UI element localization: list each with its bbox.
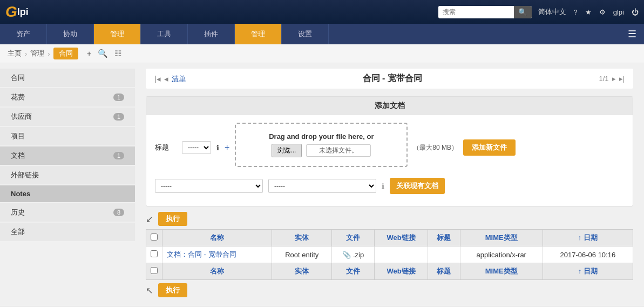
search-input[interactable] bbox=[438, 6, 514, 17]
sidebar-badge-supplier: 1 bbox=[113, 113, 124, 121]
sidebar-item-supplier[interactable]: 供应商 1 bbox=[0, 108, 135, 126]
sidebar-item-label: 项目 bbox=[11, 131, 25, 141]
top-right-icons: 简体中文 ? ★ ⚙ glpi ⏻ bbox=[538, 7, 639, 17]
sidebar-item-notes[interactable]: Notes bbox=[0, 185, 135, 202]
help-icon[interactable]: ? bbox=[574, 8, 578, 16]
nav-item-settings[interactable]: 设置 bbox=[282, 24, 329, 44]
search-button[interactable]: 🔍 bbox=[514, 6, 532, 18]
browse-button[interactable]: 浏览... bbox=[272, 144, 302, 157]
doc-section-body: 标题 ----- ℹ + Drag and drop your file her… bbox=[146, 115, 633, 206]
upload-text: Drag and drop your file here, or bbox=[247, 132, 396, 141]
col-web[interactable]: Web链接 bbox=[375, 230, 428, 246]
sidebar-badge-cost: 1 bbox=[113, 94, 124, 101]
nav-item-help[interactable]: 协助 bbox=[47, 24, 94, 44]
sidebar-badge-doc: 1 bbox=[113, 152, 124, 159]
foot-col-web[interactable]: Web链接 bbox=[375, 263, 428, 280]
title-select[interactable]: ----- bbox=[182, 141, 211, 154]
breadcrumb-actions: + 🔍 ☷ bbox=[87, 49, 122, 58]
sidebar-item-label: 全部 bbox=[11, 227, 25, 237]
table-row: 文档：合同 - 宽带合同 Root entity 📎 .zip applicat… bbox=[146, 246, 633, 263]
row-entity: Root entity bbox=[272, 246, 332, 263]
add-new-file-button[interactable]: 添加新文件 bbox=[463, 139, 516, 156]
foot-col-file[interactable]: 文件 bbox=[332, 263, 375, 280]
max-size-label: （最大80 MB） bbox=[413, 143, 458, 152]
nav-item-manage[interactable]: 管理 bbox=[94, 24, 141, 44]
breadcrumb-home[interactable]: 主页 bbox=[8, 49, 22, 58]
sidebar-item-contract[interactable]: 合同 bbox=[0, 69, 135, 87]
select-all-checkbox[interactable] bbox=[151, 233, 158, 241]
breadcrumb-sep-1: › bbox=[25, 50, 27, 58]
sidebar-item-project[interactable]: 项目 bbox=[0, 127, 135, 145]
breadcrumb-contract[interactable]: 合同 bbox=[53, 48, 78, 59]
col-name[interactable]: 名称 bbox=[162, 230, 272, 246]
hamburger-icon[interactable]: ☰ bbox=[620, 24, 644, 44]
foot-col-name[interactable]: 名称 bbox=[162, 263, 272, 280]
last-page-icon[interactable]: ▸| bbox=[619, 75, 625, 83]
main-panel: |◂ ◂ 清单 合同 - 宽带合同 1/1 ▸ ▸| 添加文档 标题 ----- bbox=[135, 63, 644, 306]
sidebar-item-history[interactable]: 历史 8 bbox=[0, 203, 135, 222]
star-icon[interactable]: ★ bbox=[585, 8, 592, 16]
sidebar-item-label: 合同 bbox=[11, 73, 25, 83]
info-icon-2: ℹ bbox=[382, 182, 384, 190]
sidebar-item-all[interactable]: 全部 bbox=[0, 223, 135, 241]
sidebar-item-label: 历史 bbox=[11, 208, 25, 217]
link-existing-button[interactable]: 关联现有文档 bbox=[390, 178, 445, 194]
lang-label[interactable]: 简体中文 bbox=[538, 7, 566, 17]
first-page-icon[interactable]: |◂ bbox=[154, 74, 161, 84]
power-icon[interactable]: ⏻ bbox=[632, 8, 639, 16]
sidebar-item-external-links[interactable]: 外部链接 bbox=[0, 166, 135, 184]
foot-col-entity[interactable]: 实体 bbox=[272, 263, 332, 280]
nav-item-admin[interactable]: 管理 bbox=[235, 24, 282, 44]
logo: G lpi bbox=[5, 3, 29, 21]
down-arrow-icon: ↙ bbox=[146, 214, 153, 224]
doc-form-row-1: 标题 ----- ℹ + Drag and drop your file her… bbox=[155, 123, 624, 172]
table-footer-row: 名称 实体 文件 Web链接 标题 MIME类型 ↑ 日期 bbox=[146, 263, 633, 280]
next-page-icon[interactable]: ▸ bbox=[612, 75, 616, 83]
foot-col-title[interactable]: 标题 bbox=[428, 263, 460, 280]
select-type[interactable]: ----- bbox=[268, 179, 376, 193]
file-browse-row: 浏览... 未选择文件。 bbox=[247, 144, 396, 157]
row-file: 📎 .zip bbox=[332, 246, 375, 263]
select-all-checkbox-bottom[interactable] bbox=[151, 267, 158, 274]
breadcrumb-sep-2: › bbox=[48, 50, 50, 58]
content-wrapper: 合同 花费 1 供应商 1 项目 文档 1 外部链接 Notes 历史 8 全部 bbox=[0, 63, 644, 306]
nav-item-plugins[interactable]: 插件 bbox=[188, 24, 235, 44]
list-link[interactable]: 清单 bbox=[172, 74, 186, 84]
col-mime[interactable]: MIME类型 bbox=[460, 230, 543, 246]
checkbox-footer bbox=[146, 263, 162, 280]
table-header-row: 名称 实体 文件 Web链接 标题 MIME类型 ↑ 日期 bbox=[146, 230, 633, 246]
pagination-label: 1/1 bbox=[599, 75, 609, 83]
page-header: |◂ ◂ 清单 合同 - 宽带合同 1/1 ▸ ▸| bbox=[146, 69, 633, 89]
file-icon: 📎 bbox=[342, 251, 351, 259]
breadcrumb-mgmt[interactable]: 管理 bbox=[30, 49, 44, 58]
prev-page-icon[interactable]: ◂ bbox=[164, 74, 168, 84]
doc-section: 添加文档 标题 ----- ℹ + Drag and drop your fil… bbox=[146, 96, 633, 206]
col-title[interactable]: 标题 bbox=[428, 230, 460, 246]
list-breadcrumb-icon[interactable]: ☷ bbox=[114, 49, 121, 58]
user-label[interactable]: glpi bbox=[613, 8, 624, 16]
execute-button-top[interactable]: 执行 bbox=[158, 212, 187, 226]
search-breadcrumb-icon[interactable]: 🔍 bbox=[98, 49, 108, 58]
select-category[interactable]: ----- bbox=[155, 179, 263, 193]
nav-item-tools[interactable]: 工具 bbox=[141, 24, 188, 44]
row-checkbox[interactable] bbox=[151, 250, 158, 257]
plus-icon[interactable]: + bbox=[225, 143, 229, 152]
doc-form-row-2: ----- ----- ℹ 关联现有文档 bbox=[155, 178, 624, 194]
col-entity[interactable]: 实体 bbox=[272, 230, 332, 246]
nav-item-assets[interactable]: 资产 bbox=[0, 24, 47, 44]
col-file[interactable]: 文件 bbox=[332, 230, 375, 246]
add-icon[interactable]: + bbox=[87, 49, 92, 58]
top-bar: G lpi 🔍 简体中文 ? ★ ⚙ glpi ⏻ bbox=[0, 0, 644, 24]
sidebar-item-document[interactable]: 文档 1 bbox=[0, 146, 135, 165]
foot-col-mime[interactable]: MIME类型 bbox=[460, 263, 543, 280]
execute-button-bottom[interactable]: 执行 bbox=[158, 283, 187, 297]
col-date[interactable]: ↑ 日期 bbox=[543, 230, 633, 246]
sidebar-item-label: 花费 bbox=[11, 92, 25, 102]
file-name-display: 未选择文件。 bbox=[306, 144, 371, 157]
foot-col-date[interactable]: ↑ 日期 bbox=[543, 263, 633, 280]
row-web bbox=[375, 246, 428, 263]
row-name[interactable]: 文档：合同 - 宽带合同 bbox=[162, 246, 272, 263]
gear-icon[interactable]: ⚙ bbox=[599, 8, 606, 16]
sidebar-item-cost[interactable]: 花费 1 bbox=[0, 88, 135, 106]
row-checkbox-cell bbox=[146, 246, 162, 263]
